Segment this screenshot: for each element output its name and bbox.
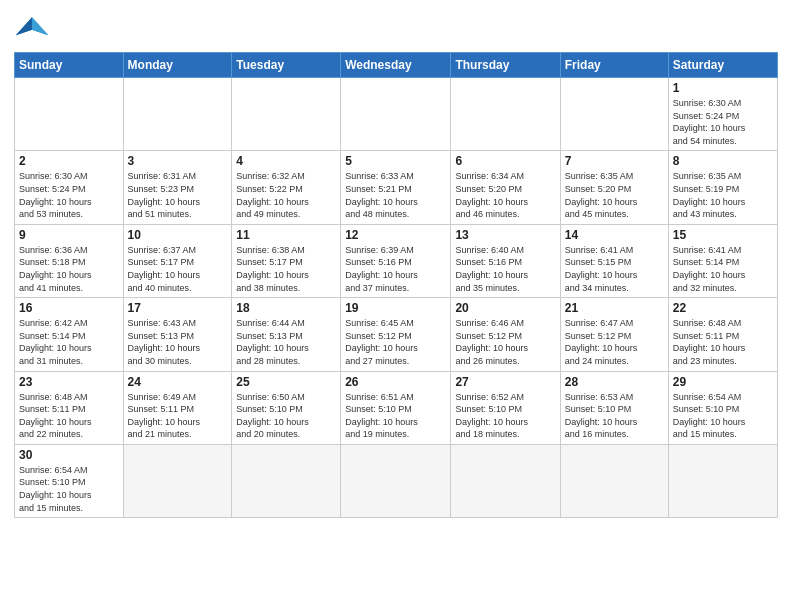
day-cell: 1Sunrise: 6:30 AM Sunset: 5:24 PM Daylig… [668, 78, 777, 151]
svg-marker-2 [16, 17, 32, 35]
weekday-header-monday: Monday [123, 53, 232, 78]
day-number: 7 [565, 154, 664, 168]
day-info: Sunrise: 6:30 AM Sunset: 5:24 PM Dayligh… [19, 170, 119, 220]
weekday-header-thursday: Thursday [451, 53, 560, 78]
weekday-header-saturday: Saturday [668, 53, 777, 78]
header [14, 10, 778, 46]
day-cell: 28Sunrise: 6:53 AM Sunset: 5:10 PM Dayli… [560, 371, 668, 444]
day-cell: 23Sunrise: 6:48 AM Sunset: 5:11 PM Dayli… [15, 371, 124, 444]
day-number: 13 [455, 228, 555, 242]
day-number: 5 [345, 154, 446, 168]
day-cell: 15Sunrise: 6:41 AM Sunset: 5:14 PM Dayli… [668, 224, 777, 297]
day-info: Sunrise: 6:46 AM Sunset: 5:12 PM Dayligh… [455, 317, 555, 367]
day-number: 24 [128, 375, 228, 389]
day-cell [15, 78, 124, 151]
day-info: Sunrise: 6:35 AM Sunset: 5:20 PM Dayligh… [565, 170, 664, 220]
day-cell [123, 444, 232, 517]
day-number: 4 [236, 154, 336, 168]
day-cell: 19Sunrise: 6:45 AM Sunset: 5:12 PM Dayli… [341, 298, 451, 371]
logo [14, 10, 54, 46]
day-info: Sunrise: 6:37 AM Sunset: 5:17 PM Dayligh… [128, 244, 228, 294]
day-info: Sunrise: 6:51 AM Sunset: 5:10 PM Dayligh… [345, 391, 446, 441]
day-info: Sunrise: 6:42 AM Sunset: 5:14 PM Dayligh… [19, 317, 119, 367]
day-number: 12 [345, 228, 446, 242]
day-cell [232, 444, 341, 517]
day-cell: 16Sunrise: 6:42 AM Sunset: 5:14 PM Dayli… [15, 298, 124, 371]
day-number: 2 [19, 154, 119, 168]
day-number: 6 [455, 154, 555, 168]
weekday-header-tuesday: Tuesday [232, 53, 341, 78]
day-cell: 8Sunrise: 6:35 AM Sunset: 5:19 PM Daylig… [668, 151, 777, 224]
day-number: 19 [345, 301, 446, 315]
day-number: 29 [673, 375, 773, 389]
day-cell: 12Sunrise: 6:39 AM Sunset: 5:16 PM Dayli… [341, 224, 451, 297]
day-number: 27 [455, 375, 555, 389]
day-cell: 2Sunrise: 6:30 AM Sunset: 5:24 PM Daylig… [15, 151, 124, 224]
week-row-3: 9Sunrise: 6:36 AM Sunset: 5:18 PM Daylig… [15, 224, 778, 297]
week-row-2: 2Sunrise: 6:30 AM Sunset: 5:24 PM Daylig… [15, 151, 778, 224]
day-cell: 13Sunrise: 6:40 AM Sunset: 5:16 PM Dayli… [451, 224, 560, 297]
day-cell: 10Sunrise: 6:37 AM Sunset: 5:17 PM Dayli… [123, 224, 232, 297]
day-cell: 24Sunrise: 6:49 AM Sunset: 5:11 PM Dayli… [123, 371, 232, 444]
day-info: Sunrise: 6:31 AM Sunset: 5:23 PM Dayligh… [128, 170, 228, 220]
day-info: Sunrise: 6:39 AM Sunset: 5:16 PM Dayligh… [345, 244, 446, 294]
day-info: Sunrise: 6:44 AM Sunset: 5:13 PM Dayligh… [236, 317, 336, 367]
week-row-4: 16Sunrise: 6:42 AM Sunset: 5:14 PM Dayli… [15, 298, 778, 371]
day-info: Sunrise: 6:33 AM Sunset: 5:21 PM Dayligh… [345, 170, 446, 220]
day-info: Sunrise: 6:45 AM Sunset: 5:12 PM Dayligh… [345, 317, 446, 367]
day-cell: 4Sunrise: 6:32 AM Sunset: 5:22 PM Daylig… [232, 151, 341, 224]
day-info: Sunrise: 6:41 AM Sunset: 5:15 PM Dayligh… [565, 244, 664, 294]
logo-icon [14, 10, 50, 46]
day-info: Sunrise: 6:48 AM Sunset: 5:11 PM Dayligh… [19, 391, 119, 441]
day-cell: 22Sunrise: 6:48 AM Sunset: 5:11 PM Dayli… [668, 298, 777, 371]
day-number: 1 [673, 81, 773, 95]
day-info: Sunrise: 6:54 AM Sunset: 5:10 PM Dayligh… [19, 464, 119, 514]
week-row-1: 1Sunrise: 6:30 AM Sunset: 5:24 PM Daylig… [15, 78, 778, 151]
day-number: 30 [19, 448, 119, 462]
day-cell: 25Sunrise: 6:50 AM Sunset: 5:10 PM Dayli… [232, 371, 341, 444]
day-info: Sunrise: 6:43 AM Sunset: 5:13 PM Dayligh… [128, 317, 228, 367]
day-number: 22 [673, 301, 773, 315]
day-number: 3 [128, 154, 228, 168]
day-number: 28 [565, 375, 664, 389]
day-number: 15 [673, 228, 773, 242]
day-cell: 17Sunrise: 6:43 AM Sunset: 5:13 PM Dayli… [123, 298, 232, 371]
day-cell: 29Sunrise: 6:54 AM Sunset: 5:10 PM Dayli… [668, 371, 777, 444]
day-cell [123, 78, 232, 151]
weekday-header-friday: Friday [560, 53, 668, 78]
day-cell [560, 78, 668, 151]
day-cell [451, 78, 560, 151]
day-number: 20 [455, 301, 555, 315]
day-number: 17 [128, 301, 228, 315]
day-cell [232, 78, 341, 151]
day-info: Sunrise: 6:48 AM Sunset: 5:11 PM Dayligh… [673, 317, 773, 367]
day-cell [341, 78, 451, 151]
day-cell: 3Sunrise: 6:31 AM Sunset: 5:23 PM Daylig… [123, 151, 232, 224]
day-cell: 30Sunrise: 6:54 AM Sunset: 5:10 PM Dayli… [15, 444, 124, 517]
day-number: 21 [565, 301, 664, 315]
day-info: Sunrise: 6:49 AM Sunset: 5:11 PM Dayligh… [128, 391, 228, 441]
week-row-6: 30Sunrise: 6:54 AM Sunset: 5:10 PM Dayli… [15, 444, 778, 517]
svg-marker-1 [32, 17, 48, 35]
day-cell [668, 444, 777, 517]
day-cell: 6Sunrise: 6:34 AM Sunset: 5:20 PM Daylig… [451, 151, 560, 224]
day-info: Sunrise: 6:30 AM Sunset: 5:24 PM Dayligh… [673, 97, 773, 147]
day-cell: 20Sunrise: 6:46 AM Sunset: 5:12 PM Dayli… [451, 298, 560, 371]
day-cell: 11Sunrise: 6:38 AM Sunset: 5:17 PM Dayli… [232, 224, 341, 297]
weekday-header-sunday: Sunday [15, 53, 124, 78]
day-number: 26 [345, 375, 446, 389]
day-cell: 14Sunrise: 6:41 AM Sunset: 5:15 PM Dayli… [560, 224, 668, 297]
day-cell: 18Sunrise: 6:44 AM Sunset: 5:13 PM Dayli… [232, 298, 341, 371]
day-number: 11 [236, 228, 336, 242]
day-info: Sunrise: 6:32 AM Sunset: 5:22 PM Dayligh… [236, 170, 336, 220]
day-cell: 21Sunrise: 6:47 AM Sunset: 5:12 PM Dayli… [560, 298, 668, 371]
day-info: Sunrise: 6:40 AM Sunset: 5:16 PM Dayligh… [455, 244, 555, 294]
weekday-header-row: SundayMondayTuesdayWednesdayThursdayFrid… [15, 53, 778, 78]
day-info: Sunrise: 6:36 AM Sunset: 5:18 PM Dayligh… [19, 244, 119, 294]
day-cell: 7Sunrise: 6:35 AM Sunset: 5:20 PM Daylig… [560, 151, 668, 224]
day-cell [560, 444, 668, 517]
day-number: 14 [565, 228, 664, 242]
day-info: Sunrise: 6:53 AM Sunset: 5:10 PM Dayligh… [565, 391, 664, 441]
calendar-page: SundayMondayTuesdayWednesdayThursdayFrid… [0, 0, 792, 612]
day-cell: 9Sunrise: 6:36 AM Sunset: 5:18 PM Daylig… [15, 224, 124, 297]
